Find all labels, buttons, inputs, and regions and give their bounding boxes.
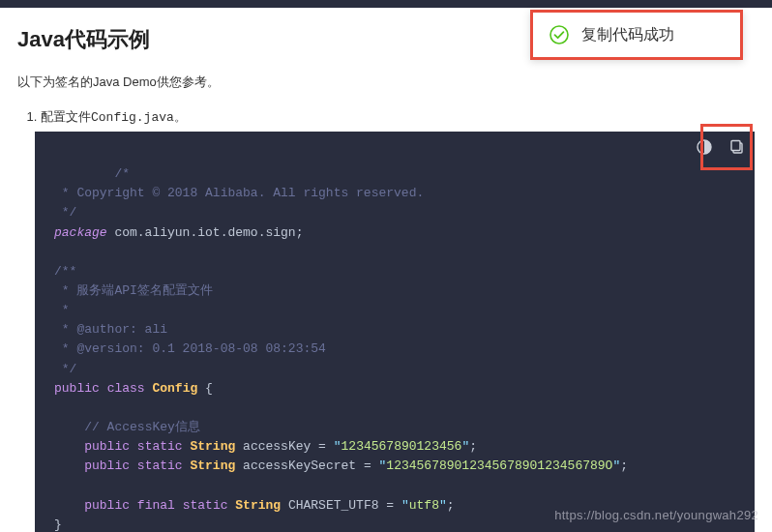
code-punct: { <box>197 381 213 396</box>
code-keyword: package <box>54 225 107 240</box>
list-item-suffix: 。 <box>174 109 187 124</box>
code-punct: } <box>54 517 62 532</box>
code-keyword: class <box>107 381 145 396</box>
code-block: /* * Copyright © 2018 Alibaba. All right… <box>35 132 755 532</box>
list-item-prefix: 配置文件 <box>41 109 91 124</box>
code-string: 12345678901234567890123456789O <box>386 458 612 473</box>
code-actions <box>695 137 747 157</box>
code-quote: " <box>439 498 447 513</box>
article-content: Java代码示例 以下为签名的Java Demo供您参考。 配置文件Config… <box>0 8 772 532</box>
code-comment: /** <box>54 264 76 279</box>
code-keyword: public <box>84 439 130 454</box>
code-keyword: static <box>183 498 228 513</box>
code-comment: * 服务端API签名配置文件 <box>54 283 213 298</box>
code-keyword: final <box>137 498 175 513</box>
code-string: utf8 <box>409 498 439 513</box>
code-comment: */ <box>54 362 76 376</box>
code-package: com.aliyun.iot.demo.sign <box>107 225 296 240</box>
code-comment: */ <box>54 205 76 220</box>
code-var: accessKeySecret <box>235 458 364 473</box>
code-punct: = <box>318 439 326 454</box>
toast-notification: 复制代码成功 <box>530 10 743 60</box>
toggle-theme-icon[interactable] <box>695 137 714 157</box>
code-classname: Config <box>152 381 197 396</box>
code-comment: // AccessKey信息 <box>84 420 200 434</box>
intro-text: 以下为签名的Java Demo供您参考。 <box>17 74 755 91</box>
list-item: 配置文件Config.java。 /* * Copyright © 2018 A… <box>41 108 755 532</box>
code-string: 1234567890123456 <box>341 439 462 454</box>
copy-icon[interactable] <box>727 137 747 157</box>
code-type: String <box>190 439 235 454</box>
code-var: CHARSET_UTF8 <box>281 498 386 513</box>
code-keyword: static <box>137 458 183 473</box>
code-comment: * <box>54 303 70 317</box>
code-keyword: public <box>84 458 130 473</box>
code-quote: " <box>401 498 409 513</box>
code-comment: /* <box>114 166 130 181</box>
toast-text: 复制代码成功 <box>581 25 674 45</box>
svg-point-3 <box>550 26 568 44</box>
window-top-bar <box>0 0 772 8</box>
code-keyword: public <box>54 381 100 396</box>
code-punct: ; <box>469 439 477 454</box>
code-type: String <box>235 498 281 513</box>
code-var: accessKey <box>235 439 318 454</box>
code-keyword: public <box>84 498 130 513</box>
code-punct: = <box>364 458 371 473</box>
watermark: https://blog.csdn.net/youngwah292 <box>554 508 758 522</box>
code-comment: * Copyright © 2018 Alibaba. All rights r… <box>54 186 424 200</box>
code-punct: ; <box>296 225 304 240</box>
success-icon <box>549 24 570 45</box>
code-comment: * @version: 0.1 2018-08-08 08:23:54 <box>54 341 326 356</box>
code-comment: * @author: ali <box>54 322 167 337</box>
svg-rect-2 <box>731 141 740 151</box>
list-item-filename: Config.java <box>91 110 174 125</box>
code-type: String <box>190 458 235 473</box>
code-punct: ; <box>447 498 455 513</box>
steps-list: 配置文件Config.java。 /* * Copyright © 2018 A… <box>17 108 755 532</box>
code-punct: ; <box>620 458 628 473</box>
code-punct: = <box>386 498 394 513</box>
code-keyword: static <box>137 439 183 454</box>
code-quote: " <box>334 439 341 454</box>
